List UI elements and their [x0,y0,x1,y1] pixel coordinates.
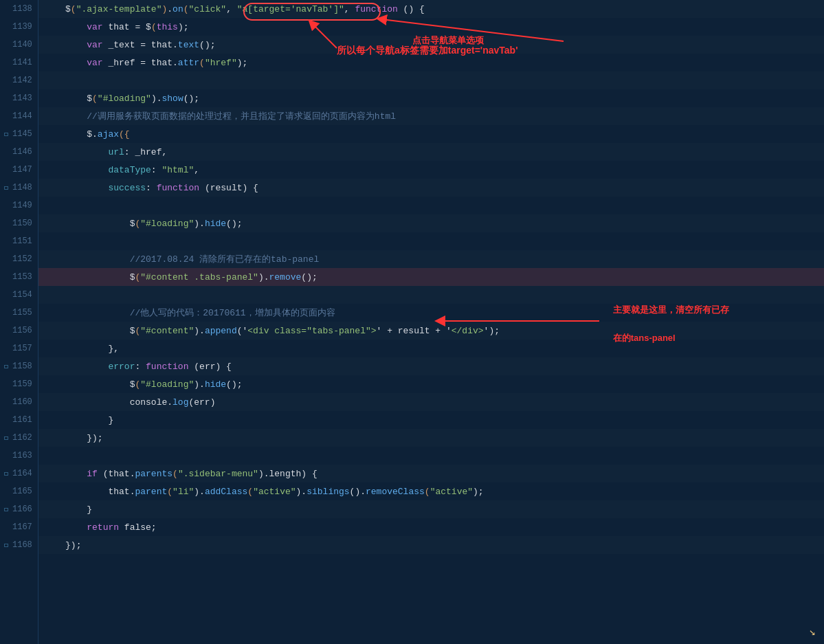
fold-icon-1140[interactable] [3,41,10,48]
fold-icon-1151[interactable] [3,238,10,245]
token: ( [247,487,253,497]
line-num-text-1164: 1164 [12,469,32,478]
token: hide [205,219,226,229]
token: ajax [98,129,119,140]
token [44,433,87,443]
token: text [178,40,199,50]
fold-icon-1156[interactable] [3,327,10,334]
token: url [108,147,124,157]
line-number-1150: 1150 [0,214,38,232]
fold-icon-1148[interactable]: ◻ [3,184,10,191]
code-line-1161: } [38,411,824,429]
token: ( [167,487,172,497]
fold-icon-1164[interactable]: ◻ [3,470,10,477]
token [44,22,87,32]
fold-icon-1146[interactable] [3,148,10,155]
code-line-1166: } [38,500,824,518]
token: //2017.08.24 清除所有已存在的tab-panel [130,253,320,265]
code-line-1142 [38,71,824,89]
token: , [344,4,355,14]
token: : _href, [124,147,167,157]
fold-icon-1155[interactable] [3,309,10,316]
token: dataType [108,165,151,175]
fold-icon-1141[interactable] [3,59,10,66]
code-line-1163 [38,447,824,465]
token: $. [87,129,98,140]
token: ".ajax-template" [76,4,162,14]
line-number-1168: ◻1168 [0,536,38,554]
token: . [167,397,172,408]
fold-icon-1152[interactable] [3,256,10,263]
token [44,344,109,354]
line-num-text-1153: 1153 [12,272,32,282]
token [44,254,130,265]
token [44,540,65,551]
token: (); [199,40,215,50]
token: (err) [188,397,215,408]
fold-icon-1144[interactable] [3,113,10,120]
code-editor: 1138113911401141114211431144◻11451146114… [0,0,824,644]
token: "#loading" [140,219,194,229]
line-num-text-1159: 1159 [12,379,32,389]
token: success [108,183,146,193]
fold-icon-1150[interactable] [3,220,10,227]
token: ( [199,58,205,68]
fold-icon-1153[interactable] [3,274,10,280]
fold-icon-1157[interactable] [3,345,10,352]
fold-icon-1165[interactable] [3,488,10,495]
fold-icon-1162[interactable]: ◻ [3,434,10,441]
fold-icon-1149[interactable] [3,202,10,209]
fold-icon-1158[interactable]: ◻ [3,363,10,370]
fold-icon-1138[interactable] [3,5,10,12]
line-num-text-1156: 1156 [12,326,32,335]
fold-icon-1161[interactable] [3,417,10,423]
token [44,129,87,140]
code-line-1146: url: _href, [38,143,824,161]
fold-icon-1143[interactable] [3,95,10,102]
code-line-1168: }); [38,536,824,554]
line-num-text-1168: 1168 [12,540,32,550]
code-line-1141: var _href = that.attr("href"); [38,54,824,71]
line-number-1160: 1160 [0,393,38,411]
token: }, [108,344,119,354]
token: (result) { [199,183,258,193]
fold-icon-1154[interactable] [3,291,10,298]
fold-icon-1160[interactable] [3,399,10,406]
fold-icon-1139[interactable] [3,23,10,30]
token: $ [130,326,135,336]
token: error [108,362,135,372]
code-line-1164: if (that.parents(".sidebar-menu").length… [38,465,824,482]
line-number-1156: 1156 [0,322,38,340]
code-line-1157: }, [38,340,824,357]
token: } [87,504,92,515]
line-number-1154: 1154 [0,286,38,304]
token [44,379,130,390]
fold-icon-1159[interactable] [3,381,10,388]
fold-icon-1142[interactable] [3,77,10,84]
token: //他人写的代码：20170611，增加具体的页面内容 [130,307,335,319]
token: ); [237,58,248,68]
token [44,397,130,408]
line-number-1157: 1157 [0,340,38,357]
fold-icon-1147[interactable] [3,166,10,173]
token: attr [178,58,199,68]
fold-icon-1167[interactable] [3,524,10,531]
token: addClass [205,487,247,497]
fold-icon-1168[interactable]: ◻ [3,542,10,548]
fold-icon-1163[interactable] [3,452,10,459]
code-line-1143: $("#loading").show(); [38,89,824,107]
token: $ [87,93,92,104]
code-line-1154 [38,286,824,304]
fold-icon-1145[interactable]: ◻ [3,131,10,137]
line-number-1166: ◻1166 [0,500,38,518]
fold-icon-1166[interactable]: ◻ [3,506,10,513]
token: parent [135,487,167,497]
token: () { [398,4,425,14]
code-line-1167: return false; [38,518,824,536]
token [44,58,87,68]
line-number-1138: 1138 [0,0,38,18]
code-line-1156: $("#content").append('<div class="tabs-p… [38,322,824,340]
token: ( [183,4,189,14]
token: that = [103,22,146,32]
token [44,522,87,533]
